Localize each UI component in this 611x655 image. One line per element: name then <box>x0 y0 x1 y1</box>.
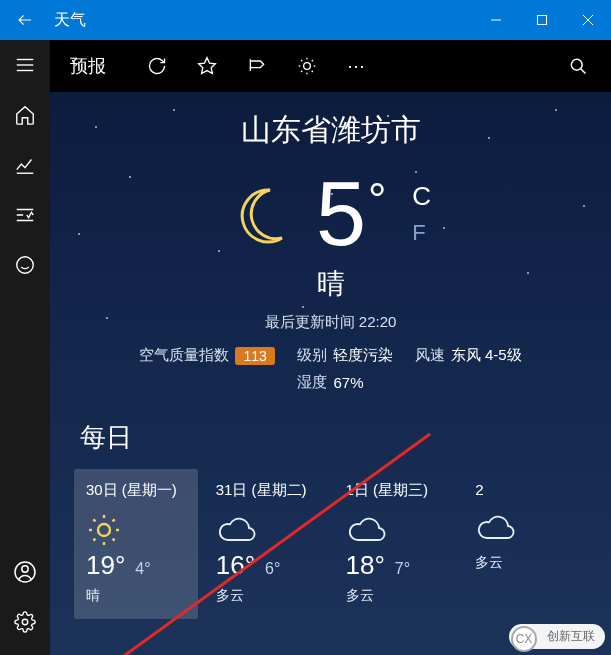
watermark: CX 创新互联 <box>509 624 605 649</box>
watermark-badge: CX <box>511 626 537 652</box>
svg-line-21 <box>312 60 313 61</box>
level-value: 轻度污染 <box>333 346 393 365</box>
pin-button[interactable] <box>232 40 282 92</box>
day-date: 2 <box>475 481 577 498</box>
hamburger-button[interactable] <box>0 40 50 90</box>
day-card[interactable]: 31日 (星期二)16°6°多云 <box>204 469 328 619</box>
day-condition: 多云 <box>346 587 448 605</box>
more-button[interactable]: ⋯ <box>332 40 382 92</box>
wind-label: 风速 <box>415 346 445 365</box>
back-button[interactable] <box>0 0 50 40</box>
day-hi: 18° <box>346 550 385 581</box>
day-card[interactable]: 2多云 <box>463 469 587 619</box>
day-hi: 19° <box>86 550 125 581</box>
day-date: 31日 (星期二) <box>216 481 318 500</box>
sidebar <box>0 40 50 655</box>
star-button[interactable] <box>182 40 232 92</box>
svg-point-22 <box>571 59 582 70</box>
sun-icon <box>86 510 188 550</box>
svg-marker-11 <box>199 58 216 74</box>
unit-celsius[interactable]: C <box>412 177 431 216</box>
daily-header: 每日 <box>80 420 587 455</box>
svg-point-13 <box>304 63 311 70</box>
current-weather: 5 ° C F <box>74 169 587 259</box>
metrics-row: 空气质量指数 113 级别 轻度污染 风速 东风 4-5级 <box>74 346 587 365</box>
svg-line-17 <box>312 71 313 72</box>
current-temp: 5 <box>316 169 366 259</box>
degree-symbol: ° <box>368 173 386 227</box>
day-condition: 多云 <box>216 587 318 605</box>
toolbar: 预报 ⋯ <box>50 40 611 92</box>
location-title: 山东省潍坊市 <box>74 110 587 151</box>
svg-line-31 <box>93 539 95 541</box>
day-date: 1日 (星期三) <box>346 481 448 500</box>
cloud-icon <box>216 510 318 550</box>
svg-line-28 <box>113 539 115 541</box>
close-button[interactable] <box>565 0 611 40</box>
theme-button[interactable] <box>282 40 332 92</box>
last-updated: 最后更新时间 22:20 <box>74 313 587 332</box>
daily-forecast: 30日 (星期一)19°4°晴31日 (星期二)16°6°多云1日 (星期三)1… <box>74 469 587 619</box>
refresh-button[interactable] <box>132 40 182 92</box>
day-date: 30日 (星期一) <box>86 481 188 500</box>
forecast-tab[interactable]: 预报 <box>70 54 106 78</box>
day-condition: 晴 <box>86 587 188 605</box>
day-card[interactable]: 1日 (星期三)18°7°多云 <box>334 469 458 619</box>
svg-line-32 <box>113 519 115 521</box>
current-condition: 晴 <box>74 265 587 303</box>
watermark-text: 创新互联 <box>547 628 595 645</box>
aqi-label: 空气质量指数 <box>139 346 229 365</box>
day-hi: 16° <box>216 550 255 581</box>
titlebar: 天气 <box>0 0 611 40</box>
day-card[interactable]: 30日 (星期一)19°4°晴 <box>74 469 198 619</box>
aqi-badge: 113 <box>235 347 274 365</box>
svg-line-20 <box>301 71 302 72</box>
favorites-icon[interactable] <box>0 190 50 240</box>
day-condition: 多云 <box>475 554 577 572</box>
day-lo: 6° <box>265 560 280 578</box>
trends-icon[interactable] <box>0 140 50 190</box>
search-button[interactable] <box>553 40 603 92</box>
home-icon[interactable] <box>0 90 50 140</box>
unit-fahrenheit[interactable]: F <box>412 216 431 249</box>
svg-point-24 <box>98 524 110 536</box>
svg-rect-1 <box>538 16 547 25</box>
svg-point-7 <box>17 257 34 274</box>
day-lo: 4° <box>135 560 150 578</box>
settings-icon[interactable] <box>0 597 50 647</box>
svg-line-16 <box>301 60 302 61</box>
level-label: 级别 <box>297 346 327 365</box>
app-title: 天气 <box>50 10 473 31</box>
day-lo: 7° <box>395 560 410 578</box>
feedback-icon[interactable] <box>0 240 50 290</box>
account-icon[interactable] <box>0 547 50 597</box>
svg-line-27 <box>93 519 95 521</box>
cloud-icon <box>475 508 577 548</box>
humidity-value: 67% <box>333 374 363 391</box>
main-content: 预报 ⋯ <box>50 40 611 655</box>
svg-point-9 <box>22 566 28 572</box>
cloud-icon <box>346 510 448 550</box>
moon-icon <box>230 182 294 246</box>
svg-point-10 <box>22 619 28 625</box>
humidity-label: 湿度 <box>297 373 327 392</box>
maximize-button[interactable] <box>519 0 565 40</box>
svg-line-23 <box>581 69 586 74</box>
minimize-button[interactable] <box>473 0 519 40</box>
wind-value: 东风 4-5级 <box>451 346 522 365</box>
